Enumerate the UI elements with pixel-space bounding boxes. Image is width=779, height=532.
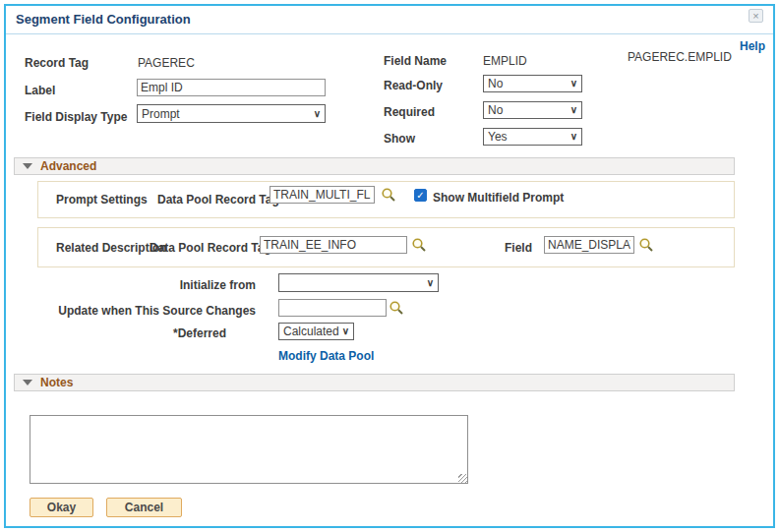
segment-field-configuration-dialog: Segment Field Configuration × Help Recor… [0,0,779,532]
chevron-down-icon: ∨ [570,105,577,115]
help-link[interactable]: Help [740,39,765,53]
required-value: No [488,103,503,117]
label-input[interactable] [137,79,326,96]
field-name-label: Field Name [384,54,447,68]
related-data-pool-record-tag-label: Data Pool Record Tag [150,241,271,255]
record-tag-label: Record Tag [25,56,89,70]
close-icon[interactable]: × [749,9,763,23]
show-value: Yes [488,130,508,144]
show-label: Show [384,132,415,146]
initialize-from-select[interactable]: ∨ [278,273,439,292]
resize-handle-icon[interactable] [458,474,467,483]
notes-section-title: Notes [40,376,73,389]
label-field-label: Label [25,84,55,97]
update-source-input[interactable] [278,299,387,317]
record-tag-value: PAGEREC [138,56,195,70]
okay-button[interactable]: Okay [30,498,93,517]
chevron-down-icon: ∨ [427,278,434,288]
related-field-label: Field [505,241,532,255]
show-select[interactable]: Yes ∨ [483,128,582,146]
deferred-label: *Deferred [59,326,226,340]
show-multifield-prompt-label: Show Multifield Prompt [433,191,564,205]
required-label: Required [384,105,435,119]
record-field-reference: PAGEREC.EMPLID [628,50,732,64]
deferred-value: Calculated [283,325,339,338]
chevron-down-icon: ∨ [342,326,349,336]
prompt-data-pool-record-tag-label: Data Pool Record Tag [157,193,279,207]
show-multifield-prompt-checkbox[interactable]: ✓ [414,189,427,202]
required-select[interactable]: No ∨ [483,101,582,119]
prompt-data-pool-record-tag-input[interactable] [270,186,375,204]
lookup-icon[interactable] [381,187,396,203]
read-only-label: Read-Only [384,79,443,92]
deferred-select[interactable]: Calculated ∨ [278,323,354,340]
chevron-down-icon: ∨ [570,79,577,89]
read-only-select[interactable]: No ∨ [483,75,582,92]
notes-section-header[interactable]: Notes [14,374,735,391]
related-field-input[interactable] [544,236,634,254]
related-data-pool-record-tag-input[interactable] [260,236,407,254]
prompt-settings-label: Prompt Settings [56,193,148,207]
collapse-triangle-icon [23,163,32,169]
initialize-from-label: Initialize from [118,278,256,292]
chevron-down-icon: ∨ [314,109,321,119]
modify-data-pool-link[interactable]: Modify Data Pool [278,349,374,363]
lookup-icon[interactable] [638,237,654,253]
read-only-value: No [488,77,503,90]
header-divider [6,33,773,34]
page-title: Segment Field Configuration [16,12,191,27]
field-name-value: EMPLID [483,54,527,68]
lookup-icon[interactable] [389,300,404,316]
collapse-triangle-icon [23,380,32,385]
lookup-icon[interactable] [411,237,427,253]
advanced-section-title: Advanced [40,159,96,173]
field-display-type-value: Prompt [142,107,180,121]
field-display-type-label: Field Display Type [25,110,127,124]
chevron-down-icon: ∨ [570,132,577,142]
update-source-label: Update when This Source Changes [54,304,256,318]
advanced-section-header[interactable]: Advanced [14,157,735,175]
field-display-type-select[interactable]: Prompt ∨ [137,104,326,123]
notes-textarea[interactable] [30,415,468,484]
cancel-button[interactable]: Cancel [106,498,182,517]
